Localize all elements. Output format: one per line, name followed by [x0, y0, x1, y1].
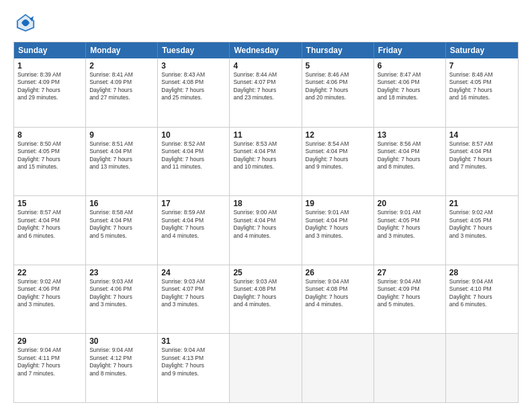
day-info: Sunrise: 8:51 AM Sunset: 4:04 PM Dayligh… [89, 140, 154, 171]
day-info: Sunrise: 9:03 AM Sunset: 4:07 PM Dayligh… [161, 278, 226, 309]
day-number: 26 [306, 268, 370, 277]
day-info: Sunrise: 9:02 AM Sunset: 4:06 PM Dayligh… [17, 278, 82, 309]
page: SundayMondayTuesdayWednesdayThursdayFrid… [0, 0, 532, 411]
calendar-cell: 11Sunrise: 8:53 AM Sunset: 4:04 PM Dayli… [230, 128, 302, 196]
day-number: 5 [306, 61, 370, 71]
calendar-cell: 13Sunrise: 8:56 AM Sunset: 4:04 PM Dayli… [374, 128, 446, 196]
calendar-header: SundayMondayTuesdayWednesdayThursdayFrid… [14, 42, 518, 58]
calendar-row: 29Sunrise: 9:04 AM Sunset: 4:11 PM Dayli… [14, 333, 518, 402]
calendar-body: 1Sunrise: 8:39 AM Sunset: 4:09 PM Daylig… [14, 58, 518, 402]
day-number: 30 [89, 336, 154, 346]
calendar-row: 1Sunrise: 8:39 AM Sunset: 4:09 PM Daylig… [14, 58, 518, 127]
weekday-header: Sunday [14, 42, 86, 58]
calendar-cell: 10Sunrise: 8:52 AM Sunset: 4:04 PM Dayli… [158, 128, 230, 196]
day-info: Sunrise: 9:04 AM Sunset: 4:09 PM Dayligh… [378, 278, 442, 309]
weekday-header: Saturday [446, 42, 518, 58]
day-info: Sunrise: 8:46 AM Sunset: 4:06 PM Dayligh… [306, 71, 370, 102]
day-info: Sunrise: 8:44 AM Sunset: 4:07 PM Dayligh… [233, 71, 298, 102]
calendar-cell [446, 334, 518, 402]
day-info: Sunrise: 9:01 AM Sunset: 4:04 PM Dayligh… [306, 209, 370, 240]
day-info: Sunrise: 9:04 AM Sunset: 4:10 PM Dayligh… [449, 278, 515, 309]
header [13, 11, 519, 35]
calendar-cell: 15Sunrise: 8:57 AM Sunset: 4:04 PM Dayli… [14, 196, 86, 265]
day-info: Sunrise: 8:53 AM Sunset: 4:04 PM Dayligh… [233, 140, 298, 171]
calendar-cell: 22Sunrise: 9:02 AM Sunset: 4:06 PM Dayli… [14, 265, 86, 334]
day-number: 19 [306, 199, 370, 208]
day-number: 8 [17, 130, 82, 140]
day-number: 12 [306, 130, 370, 140]
calendar: SundayMondayTuesdayWednesdayThursdayFrid… [13, 42, 519, 403]
day-number: 2 [89, 61, 154, 71]
calendar-cell: 12Sunrise: 8:54 AM Sunset: 4:04 PM Dayli… [302, 128, 374, 196]
day-info: Sunrise: 8:52 AM Sunset: 4:04 PM Dayligh… [161, 140, 226, 171]
day-info: Sunrise: 9:04 AM Sunset: 4:12 PM Dayligh… [89, 347, 154, 377]
logo [13, 11, 42, 35]
day-info: Sunrise: 8:39 AM Sunset: 4:09 PM Dayligh… [17, 71, 82, 102]
day-info: Sunrise: 8:57 AM Sunset: 4:04 PM Dayligh… [449, 140, 515, 171]
day-info: Sunrise: 8:59 AM Sunset: 4:04 PM Dayligh… [161, 209, 226, 240]
calendar-cell: 4Sunrise: 8:44 AM Sunset: 4:07 PM Daylig… [230, 58, 302, 127]
day-number: 4 [233, 61, 298, 71]
calendar-cell: 24Sunrise: 9:03 AM Sunset: 4:07 PM Dayli… [158, 265, 230, 334]
day-number: 17 [161, 199, 226, 208]
calendar-cell: 16Sunrise: 8:58 AM Sunset: 4:04 PM Dayli… [86, 196, 158, 265]
calendar-cell: 20Sunrise: 9:01 AM Sunset: 4:05 PM Dayli… [374, 196, 446, 265]
day-number: 23 [89, 268, 154, 277]
day-number: 14 [449, 130, 515, 140]
calendar-cell: 25Sunrise: 9:03 AM Sunset: 4:08 PM Dayli… [230, 265, 302, 334]
day-number: 25 [233, 268, 298, 277]
day-info: Sunrise: 8:43 AM Sunset: 4:08 PM Dayligh… [161, 71, 226, 102]
day-info: Sunrise: 9:01 AM Sunset: 4:05 PM Dayligh… [378, 209, 442, 240]
weekday-header: Thursday [302, 42, 374, 58]
day-info: Sunrise: 8:56 AM Sunset: 4:04 PM Dayligh… [378, 140, 442, 171]
day-number: 9 [89, 130, 154, 140]
calendar-cell: 30Sunrise: 9:04 AM Sunset: 4:12 PM Dayli… [86, 334, 158, 402]
day-number: 31 [161, 336, 226, 346]
calendar-cell: 5Sunrise: 8:46 AM Sunset: 4:06 PM Daylig… [302, 58, 374, 127]
day-number: 24 [161, 268, 226, 277]
day-info: Sunrise: 9:03 AM Sunset: 4:06 PM Dayligh… [89, 278, 154, 309]
calendar-cell: 23Sunrise: 9:03 AM Sunset: 4:06 PM Dayli… [86, 265, 158, 334]
calendar-row: 8Sunrise: 8:50 AM Sunset: 4:05 PM Daylig… [14, 127, 518, 196]
day-number: 27 [378, 268, 442, 277]
day-info: Sunrise: 9:03 AM Sunset: 4:08 PM Dayligh… [233, 278, 298, 309]
calendar-row: 15Sunrise: 8:57 AM Sunset: 4:04 PM Dayli… [14, 195, 518, 265]
day-number: 11 [233, 130, 298, 140]
calendar-cell: 28Sunrise: 9:04 AM Sunset: 4:10 PM Dayli… [446, 265, 518, 334]
calendar-cell: 18Sunrise: 9:00 AM Sunset: 4:04 PM Dayli… [230, 196, 302, 265]
calendar-cell: 29Sunrise: 9:04 AM Sunset: 4:11 PM Dayli… [14, 334, 86, 402]
day-number: 3 [161, 61, 226, 71]
weekday-header: Tuesday [158, 42, 230, 58]
day-info: Sunrise: 9:04 AM Sunset: 4:13 PM Dayligh… [161, 347, 226, 377]
calendar-cell [302, 334, 374, 402]
day-info: Sunrise: 8:41 AM Sunset: 4:09 PM Dayligh… [89, 71, 154, 102]
day-number: 18 [233, 199, 298, 208]
calendar-cell: 31Sunrise: 9:04 AM Sunset: 4:13 PM Dayli… [158, 334, 230, 402]
day-number: 7 [449, 61, 515, 71]
day-number: 10 [161, 130, 226, 140]
calendar-cell: 26Sunrise: 9:04 AM Sunset: 4:08 PM Dayli… [302, 265, 374, 334]
day-info: Sunrise: 8:54 AM Sunset: 4:04 PM Dayligh… [306, 140, 370, 171]
calendar-cell: 2Sunrise: 8:41 AM Sunset: 4:09 PM Daylig… [86, 58, 158, 127]
day-number: 16 [89, 199, 154, 208]
day-number: 13 [378, 130, 442, 140]
day-number: 29 [17, 336, 82, 346]
day-info: Sunrise: 8:48 AM Sunset: 4:05 PM Dayligh… [449, 71, 515, 102]
calendar-cell: 21Sunrise: 9:02 AM Sunset: 4:05 PM Dayli… [446, 196, 518, 265]
day-info: Sunrise: 9:04 AM Sunset: 4:08 PM Dayligh… [306, 278, 370, 309]
calendar-cell: 19Sunrise: 9:01 AM Sunset: 4:04 PM Dayli… [302, 196, 374, 265]
calendar-cell: 9Sunrise: 8:51 AM Sunset: 4:04 PM Daylig… [86, 128, 158, 196]
calendar-cell: 8Sunrise: 8:50 AM Sunset: 4:05 PM Daylig… [14, 128, 86, 196]
day-info: Sunrise: 9:00 AM Sunset: 4:04 PM Dayligh… [233, 209, 298, 240]
day-number: 1 [17, 61, 82, 71]
calendar-cell: 7Sunrise: 8:48 AM Sunset: 4:05 PM Daylig… [446, 58, 518, 127]
day-info: Sunrise: 8:58 AM Sunset: 4:04 PM Dayligh… [89, 209, 154, 240]
calendar-cell: 1Sunrise: 8:39 AM Sunset: 4:09 PM Daylig… [14, 58, 86, 127]
calendar-cell: 3Sunrise: 8:43 AM Sunset: 4:08 PM Daylig… [158, 58, 230, 127]
weekday-header: Friday [374, 42, 446, 58]
calendar-cell [374, 334, 446, 402]
calendar-cell: 27Sunrise: 9:04 AM Sunset: 4:09 PM Dayli… [374, 265, 446, 334]
day-info: Sunrise: 8:47 AM Sunset: 4:06 PM Dayligh… [378, 71, 442, 102]
calendar-row: 22Sunrise: 9:02 AM Sunset: 4:06 PM Dayli… [14, 265, 518, 334]
day-info: Sunrise: 8:57 AM Sunset: 4:04 PM Dayligh… [17, 209, 82, 240]
